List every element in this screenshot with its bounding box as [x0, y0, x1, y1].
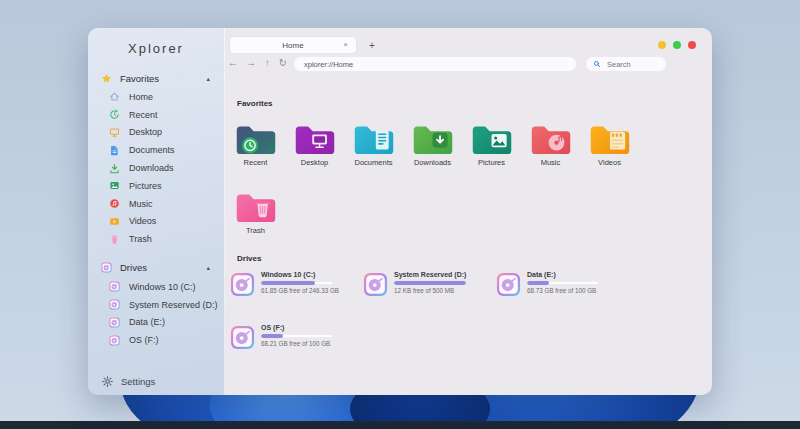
drive-data-e[interactable]: Data (E:) 68.73 GB free of 100 GB: [496, 271, 622, 324]
folder-label: Desktop: [301, 158, 329, 167]
refresh-icon[interactable]: ↻: [279, 58, 287, 68]
home-icon: [109, 91, 120, 102]
sidebar-favorites-list: Home Recent Desktop Documents Downloads …: [88, 88, 224, 248]
drive-name: OS (F:): [261, 324, 333, 331]
disk-icon: [496, 272, 521, 297]
sidebar-item-downloads[interactable]: Downloads: [88, 159, 224, 177]
gear-icon: [101, 375, 114, 388]
address-bar[interactable]: [294, 57, 576, 71]
disk-icon: [363, 272, 388, 297]
sidebar-item-label: Trash: [129, 234, 152, 244]
recent-folder-icon: [234, 120, 278, 157]
pictures-folder-icon: [470, 120, 514, 157]
up-icon[interactable]: ↑: [265, 58, 270, 68]
desktop: Xplorer Favorites ▲ Home Recent Desktop …: [0, 0, 800, 429]
sidebar-item-documents[interactable]: Documents: [88, 141, 224, 159]
section-label: Drives: [120, 262, 147, 273]
sidebar-item-home[interactable]: Home: [88, 88, 224, 106]
forward-icon[interactable]: →: [247, 58, 257, 68]
sidebar-item-pictures[interactable]: Pictures: [88, 177, 224, 195]
sidebar-item-recent[interactable]: Recent: [88, 106, 224, 124]
folder-pictures[interactable]: Pictures: [462, 120, 521, 188]
favorites-grid: Recent Desktop Documents Downloads Pictu…: [226, 120, 639, 256]
sidebar-item-label: Data (E:): [129, 317, 165, 327]
folder-desktop[interactable]: Desktop: [285, 120, 344, 188]
trash-icon: [109, 234, 120, 245]
drive-free-space: 68.21 GB free of 100 GB: [261, 340, 333, 347]
disk-usage-bar: [527, 281, 599, 285]
disk-usage-bar: [394, 281, 466, 285]
sidebar-item-desktop[interactable]: Desktop: [88, 124, 224, 142]
folder-recent[interactable]: Recent: [226, 120, 285, 188]
collapse-arrow-icon[interactable]: ▲: [206, 265, 211, 271]
sidebar-item-label: Desktop: [129, 127, 162, 137]
favorites-header: Favorites: [237, 99, 273, 108]
search-box[interactable]: [586, 57, 666, 71]
sidebar-item-label: Home: [129, 92, 153, 102]
folder-label: Downloads: [414, 158, 451, 167]
tab-home[interactable]: Home ×: [230, 37, 356, 53]
sidebar-item-label: Recent: [129, 110, 158, 120]
sidebar-item-label: Pictures: [129, 181, 162, 191]
sidebar-section-drives[interactable]: Drives ▲: [88, 261, 224, 274]
downloads-folder-icon: [411, 120, 455, 157]
sidebar-item-label: Videos: [129, 216, 156, 226]
settings-button[interactable]: Settings: [101, 375, 155, 388]
disk-icon: [109, 299, 120, 310]
folder-label: Documents: [355, 158, 393, 167]
videos-folder-icon: [588, 120, 632, 157]
maximize-button[interactable]: [673, 41, 681, 49]
drive-windows-10-c[interactable]: Windows 10 (C:) 61.85 GB free of 246.33 …: [230, 271, 356, 324]
folder-music[interactable]: Music: [521, 120, 580, 188]
close-button[interactable]: [688, 41, 696, 49]
drive-system-reserved-d[interactable]: System Reserved (D:) 12 KB free of 500 M…: [363, 271, 489, 324]
folder-documents[interactable]: Documents: [344, 120, 403, 188]
sidebar-item-label: Downloads: [129, 163, 174, 173]
disk-icon: [109, 317, 120, 328]
sidebar-item-label: Documents: [129, 145, 175, 155]
sidebar-item-label: Windows 10 (C:): [129, 282, 196, 292]
drive-name: Windows 10 (C:): [261, 271, 339, 278]
search-icon: [593, 60, 601, 68]
disk-usage-bar: [261, 281, 333, 285]
desktop-folder-icon: [293, 120, 337, 157]
sidebar-item-trash[interactable]: Trash: [88, 230, 224, 248]
search-input[interactable]: [605, 59, 659, 70]
window-controls: [658, 41, 696, 49]
disk-icon: [230, 325, 255, 350]
sidebar-item-os-f[interactable]: OS (F:): [88, 331, 224, 349]
pictures-icon: [109, 180, 120, 191]
drive-name: Data (E:): [527, 271, 599, 278]
sidebar-item-windows-10-c[interactable]: Windows 10 (C:): [88, 278, 224, 296]
sidebar-item-videos[interactable]: Videos: [88, 213, 224, 231]
taskbar[interactable]: [0, 421, 800, 429]
downloads-icon: [109, 163, 120, 174]
collapse-arrow-icon[interactable]: ▲: [206, 76, 211, 82]
music-icon: [109, 198, 120, 209]
disk-icon: [109, 281, 120, 292]
sidebar-item-music[interactable]: Music: [88, 195, 224, 213]
drive-os-f[interactable]: OS (F:) 68.21 GB free of 100 GB: [230, 324, 356, 377]
sidebar-item-data-e[interactable]: Data (E:): [88, 314, 224, 332]
documents-icon: [109, 145, 120, 156]
folder-label: Videos: [598, 158, 621, 167]
recent-icon: [109, 109, 120, 120]
minimize-button[interactable]: [658, 41, 666, 49]
folder-trash[interactable]: Trash: [226, 188, 285, 256]
folder-videos[interactable]: Videos: [580, 120, 639, 188]
section-label: Favorites: [120, 73, 159, 84]
disk-icon: [230, 272, 255, 297]
star-icon: [101, 73, 112, 84]
sidebar-section-favorites[interactable]: Favorites ▲: [88, 72, 224, 85]
desktop-icon: [109, 127, 120, 138]
sidebar-item-system-reserved-d[interactable]: System Reserved (D:): [88, 296, 224, 314]
sidebar-drives-list: Windows 10 (C:) System Reserved (D:) Dat…: [88, 278, 224, 349]
drive-name: System Reserved (D:): [394, 271, 466, 278]
tab-close-icon[interactable]: ×: [343, 41, 348, 49]
navigation-buttons: ← → ↑ ↻: [228, 55, 287, 71]
folder-downloads[interactable]: Downloads: [403, 120, 462, 188]
back-icon[interactable]: ←: [228, 58, 238, 68]
folder-label: Recent: [244, 158, 268, 167]
new-tab-button[interactable]: +: [364, 37, 380, 53]
sidebar-item-label: System Reserved (D:): [129, 300, 218, 310]
